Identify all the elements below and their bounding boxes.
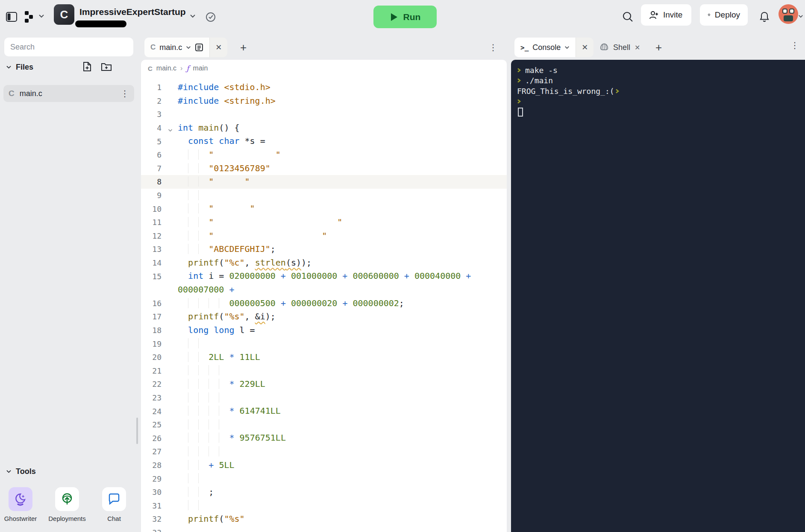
code-line-4[interactable]: 4int main() {	[141, 121, 507, 135]
code-line-14[interactable]: 14 printf("%c", strlen(s));	[141, 256, 507, 270]
search-input[interactable]	[4, 38, 133, 56]
deploy-button[interactable]: Deploy	[700, 4, 748, 26]
code-line-11[interactable]: 11 " "	[141, 216, 507, 229]
tab-main-c[interactable]: C main.c ✕	[144, 38, 227, 57]
code-line-30[interactable]: 30 ;	[141, 485, 507, 499]
replit-logo-menu[interactable]	[24, 10, 34, 23]
indent-guide	[219, 298, 229, 308]
tab-console[interactable]: >_ Console ✕	[514, 38, 593, 57]
project-title[interactable]: ImpressiveExpertStartup	[79, 7, 186, 17]
run-button[interactable]: Run	[373, 6, 437, 28]
editor-tab-strip: C main.c ✕ + ⋮	[141, 36, 507, 59]
code-line-29[interactable]: 29	[141, 472, 507, 485]
code-line-18[interactable]: 18 long long l =	[141, 324, 507, 337]
code-line-17[interactable]: 17 printf("%s", &i);	[141, 310, 507, 324]
deploy-icon	[708, 10, 711, 20]
code-line-21[interactable]: 21	[141, 364, 507, 377]
code-line-2[interactable]: 2#include <string.h>	[141, 94, 507, 108]
indent-guide	[198, 365, 209, 375]
file-menu-kebab-icon[interactable]: ⋮	[120, 89, 129, 98]
console-tab-close-icon[interactable]: ✕	[576, 38, 593, 57]
outline-icon[interactable]	[195, 43, 203, 52]
notifications-bell-icon[interactable]	[759, 11, 770, 23]
function-symbol-icon: ƒ	[186, 64, 189, 73]
code-line-15[interactable]: 15 int i = 020000000 + 001000000 + 00060…	[141, 269, 507, 283]
line-number: 32	[141, 514, 178, 523]
indent-guide	[188, 379, 198, 389]
chevron-down-icon[interactable]	[38, 14, 44, 18]
code-line-12[interactable]: 12 " "	[141, 229, 507, 243]
console-tab-chevron-icon[interactable]	[564, 46, 570, 50]
indent-guide	[198, 231, 209, 241]
line-number: 14	[141, 258, 178, 267]
code-line-16[interactable]: 16 000000500 + 000000020 + 000000002;	[141, 297, 507, 310]
tab-shell[interactable]: Shell ✕	[594, 38, 645, 57]
indent-guide	[188, 190, 198, 200]
breadcrumb-file[interactable]: main.c	[156, 64, 176, 72]
indent-guide	[219, 365, 229, 375]
sidebar-toggle-icon[interactable]	[6, 12, 17, 22]
code-line-28[interactable]: 28 + 5LL	[141, 459, 507, 472]
code-line-26[interactable]: 26 * 9576751LL	[141, 431, 507, 445]
tool-chat[interactable]	[102, 487, 126, 511]
files-section-header[interactable]: Files	[6, 63, 33, 72]
indent-guide	[188, 406, 198, 416]
line-number: 10	[141, 205, 178, 213]
line-number: 1	[141, 83, 178, 92]
tab-close-icon[interactable]: ✕	[209, 38, 227, 57]
code-line-9[interactable]: 9	[141, 189, 507, 202]
search-icon[interactable]	[622, 11, 634, 23]
code-line-33[interactable]: 33	[141, 526, 507, 532]
editor-pane: C main.c › ƒ main 1#include <stdio.h>2#i…	[141, 60, 507, 532]
fold-chevron-icon[interactable]	[168, 125, 173, 134]
new-tab-icon[interactable]: +	[240, 41, 247, 54]
code-lines[interactable]: 1#include <stdio.h>2#include <string.h>3…	[141, 77, 507, 532]
code-line-6[interactable]: 6 " "	[141, 148, 507, 162]
code-line-10[interactable]: 10 " "	[141, 202, 507, 216]
code-line-31[interactable]: 31	[141, 499, 507, 512]
code-line-19[interactable]: 19	[141, 337, 507, 351]
code-line-24[interactable]: 24 * 614741LL	[141, 404, 507, 418]
add-file-icon[interactable]	[82, 61, 92, 74]
avatar[interactable]	[779, 4, 798, 24]
code-line-20[interactable]: 20 2LL * 11LL	[141, 351, 507, 364]
breadcrumb-symbol[interactable]: main	[193, 64, 208, 72]
tool-ghostwriter[interactable]	[9, 487, 32, 511]
invite-button[interactable]: Invite	[641, 4, 691, 26]
code-line-27[interactable]: 27	[141, 445, 507, 459]
shell-tab-close-icon[interactable]: ✕	[635, 44, 640, 52]
code-line-25[interactable]: 25	[141, 418, 507, 432]
code-line-13[interactable]: 13 "ABCDEFGHIJ";	[141, 243, 507, 256]
sidebar-resize-handle[interactable]	[136, 418, 138, 444]
line-number: 13	[141, 245, 178, 254]
indent-guide	[188, 149, 198, 160]
tools-section-header[interactable]: Tools	[6, 467, 36, 476]
account-chevron-icon[interactable]	[798, 15, 803, 18]
console-pane[interactable]: make -s./mainFROG_This_is_wrong_:(	[511, 60, 805, 532]
console-new-tab-icon[interactable]: +	[655, 41, 662, 54]
tool-deployments[interactable]	[55, 487, 79, 511]
indent-guide	[188, 446, 198, 456]
line-number: 24	[141, 407, 178, 416]
editor-pane-kebab-icon[interactable]: ⋮	[489, 43, 497, 52]
file-item-main-c[interactable]: C main.c ⋮	[3, 85, 134, 102]
line-number: 6	[141, 150, 178, 159]
code-line-32[interactable]: 32 printf("%s"	[141, 512, 507, 526]
code-line-wrap[interactable]: 000007000 +	[141, 283, 507, 297]
line-number: 20	[141, 353, 178, 362]
indent-guide	[188, 487, 198, 497]
code-line-22[interactable]: 22 * 229LL	[141, 377, 507, 391]
code-line-5[interactable]: 5 const char *s =	[141, 134, 507, 148]
tab-chevron-icon[interactable]	[186, 46, 191, 50]
code-line-1[interactable]: 1#include <stdio.h>	[141, 81, 507, 94]
code-line-23[interactable]: 23	[141, 391, 507, 405]
code-line-7[interactable]: 7 "0123456789"	[141, 162, 507, 175]
code-line-3[interactable]: 3	[141, 108, 507, 121]
console-pane-kebab-icon[interactable]: ⋮	[790, 41, 799, 50]
project-menu-chevron-icon[interactable]	[190, 14, 196, 18]
indent-guide	[198, 217, 209, 227]
code-line-8[interactable]: 8 " "	[141, 175, 507, 189]
indent-guide	[188, 419, 198, 430]
indent-guide	[188, 473, 198, 483]
add-folder-icon[interactable]	[101, 61, 112, 74]
